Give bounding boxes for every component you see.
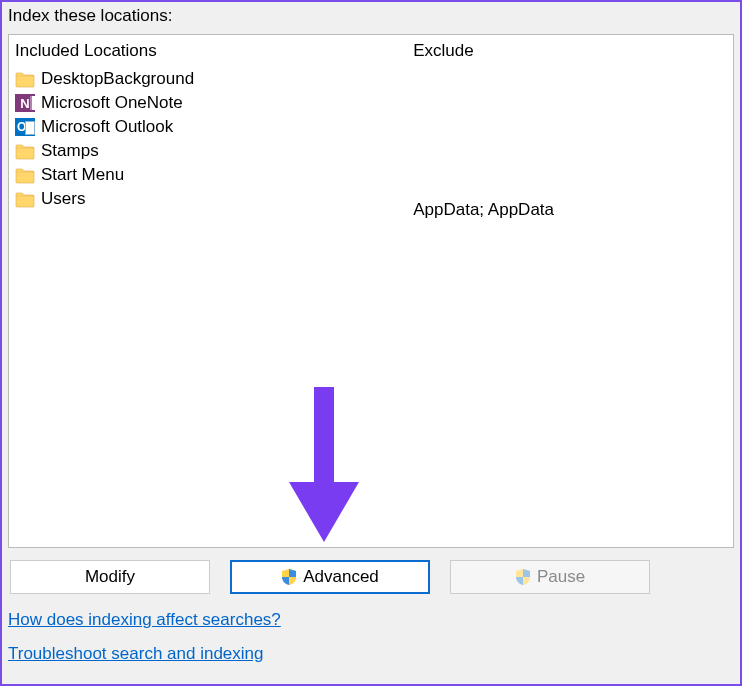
indexing-options-window: Index these locations: Included Location… — [0, 0, 742, 686]
included-locations-header: Included Locations — [15, 39, 401, 67]
index-locations-label: Index these locations: — [2, 2, 740, 34]
exclude-list: AppData; AppData — [413, 67, 727, 223]
uac-shield-icon — [515, 569, 531, 585]
exclude-row — [413, 67, 727, 93]
exclude-row — [413, 145, 727, 171]
exclude-row — [413, 93, 727, 119]
troubleshoot-link[interactable]: Troubleshoot search and indexing — [8, 644, 263, 664]
modify-button[interactable]: Modify — [10, 560, 210, 594]
exclude-row — [413, 119, 727, 145]
location-row[interactable]: DesktopBackground — [15, 67, 401, 91]
location-row[interactable]: OMicrosoft Outlook — [15, 115, 401, 139]
exclude-row — [413, 171, 727, 197]
exclude-row: AppData; AppData — [413, 197, 727, 223]
location-name: Stamps — [41, 141, 99, 161]
folder-icon — [15, 166, 35, 184]
how-indexing-link[interactable]: How does indexing affect searches? — [8, 610, 281, 630]
location-row[interactable]: Stamps — [15, 139, 401, 163]
location-name: DesktopBackground — [41, 69, 194, 89]
location-row[interactable]: Users — [15, 187, 401, 211]
folder-icon — [15, 142, 35, 160]
button-row: Modify Advanced — [2, 548, 740, 604]
location-name: Start Menu — [41, 165, 124, 185]
location-row[interactable]: NMicrosoft OneNote — [15, 91, 401, 115]
onenote-icon: N — [15, 94, 35, 112]
included-locations-list: DesktopBackgroundNMicrosoft OneNoteOMicr… — [15, 67, 401, 211]
exclude-header: Exclude — [413, 39, 727, 67]
included-locations-column: Included Locations DesktopBackgroundNMic… — [9, 35, 407, 547]
links-area: How does indexing affect searches? Troub… — [2, 604, 740, 684]
folder-icon — [15, 190, 35, 208]
locations-panel: Included Locations DesktopBackgroundNMic… — [8, 34, 734, 548]
location-name: Microsoft OneNote — [41, 93, 183, 113]
modify-button-label: Modify — [85, 567, 135, 587]
location-name: Microsoft Outlook — [41, 117, 173, 137]
advanced-button-label: Advanced — [303, 567, 379, 587]
exclude-value: AppData; AppData — [413, 200, 554, 220]
folder-icon — [15, 70, 35, 88]
location-name: Users — [41, 189, 85, 209]
exclude-column: Exclude AppData; AppData — [407, 35, 733, 547]
advanced-button[interactable]: Advanced — [230, 560, 430, 594]
pause-button[interactable]: Pause — [450, 560, 650, 594]
pause-button-label: Pause — [537, 567, 585, 587]
location-row[interactable]: Start Menu — [15, 163, 401, 187]
uac-shield-icon — [281, 569, 297, 585]
outlook-icon: O — [15, 118, 35, 136]
